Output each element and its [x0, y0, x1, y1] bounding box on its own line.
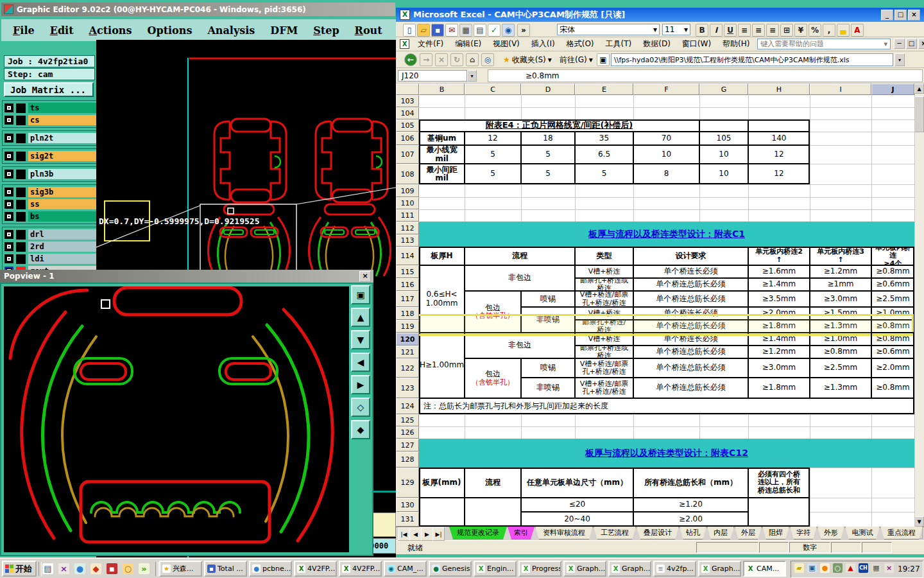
layer-checkbox[interactable] [4, 212, 13, 221]
row-header-107[interactable]: 107 [396, 145, 419, 164]
pan-down-button[interactable]: ▼ [351, 330, 370, 349]
row-header-122[interactable]: 122 [396, 358, 419, 378]
name-box[interactable]: J120 [398, 70, 467, 82]
zoom-center-button[interactable]: ◆ [351, 420, 370, 439]
tab-nav-button[interactable]: ▶| [432, 527, 445, 541]
cell-J114[interactable]: 单元板内桥连 ≥4个 [871, 247, 914, 265]
cell-I122[interactable]: ≥2.5mm [810, 358, 871, 378]
stop-button[interactable]: × [435, 53, 448, 66]
cell-D118[interactable]: 非喷锡 [521, 307, 575, 333]
zoom-fit-button[interactable]: ◇ [351, 398, 370, 417]
cell-E106[interactable]: 35 [575, 132, 633, 145]
column-header-H[interactable]: H [748, 83, 810, 95]
font-size-combo[interactable]: 11▾ [662, 24, 690, 35]
cell-H105[interactable] [748, 119, 810, 132]
address-input[interactable]: \\fps-hyda02\衡阳P3\规范\工程制作类规范\CAM中心P3CAM制… [611, 53, 893, 66]
column-header-J[interactable]: J [871, 83, 914, 95]
home-button[interactable]: ⌂ [466, 53, 479, 66]
cell-C106[interactable]: 12 [465, 132, 521, 145]
pan-up-button[interactable]: ▲ [351, 308, 370, 327]
sheet-tab-10[interactable]: 字符 [790, 527, 817, 539]
layer-checkbox[interactable] [4, 200, 13, 209]
cell-C122[interactable]: 包边（含铣半孔） [465, 358, 521, 398]
cell-B120[interactable]: H≥1.00mm [419, 333, 465, 398]
popview-window-button[interactable]: ▣ [351, 285, 370, 304]
cell-H119[interactable]: ≥1.8mm [748, 320, 810, 333]
layer-row-sig2t[interactable]: sig2t [3, 150, 98, 162]
cell-E120[interactable]: V槽+桥连 [575, 333, 633, 346]
cell-E117[interactable]: V槽+桥连/邮票 孔+桥连/桥连 [575, 291, 633, 307]
task-button-2[interactable]: ▪Total ... [204, 561, 247, 577]
cell-F106[interactable]: 70 [633, 132, 699, 145]
network-tray-icon[interactable]: ▣ [807, 563, 817, 573]
menu-dfm[interactable]: DFM [270, 24, 298, 37]
cell-H107[interactable]: 12 [748, 145, 810, 164]
cell-C114[interactable]: 流程 [465, 247, 575, 265]
cell-H129[interactable]: 必须有四个桥 连以上，所有 桥连总筋长和 [748, 468, 810, 498]
popview-canvas[interactable] [4, 286, 349, 552]
clock-shortcut-icon[interactable]: ○ [123, 563, 133, 574]
percent-button[interactable]: % [809, 24, 821, 37]
sheet-tab-11[interactable]: 外形 [817, 527, 844, 539]
job-matrix-button[interactable]: Job Matrix ... [4, 82, 94, 97]
layer-row-2rd[interactable]: 2rd [3, 241, 98, 252]
layer-row-pln3b[interactable]: pln3b [3, 168, 98, 180]
cell-E116[interactable]: 邮票孔+桥连或 桥连 [575, 278, 633, 291]
row-header-119[interactable]: 119 [396, 320, 419, 333]
cell-J115[interactable]: ≥0.8mm [871, 265, 914, 278]
underline-button[interactable]: U [724, 24, 737, 37]
cell-H118[interactable]: ≥2.0mm [748, 307, 810, 320]
menu-视图(V)[interactable]: 视图(V) [487, 37, 526, 51]
sheet-tab-5[interactable]: 叠层设计 [637, 527, 679, 539]
task-button-6[interactable]: ◉CAM_... [384, 561, 427, 577]
row-header-109[interactable]: 109 [396, 184, 419, 197]
column-header-G[interactable]: G [699, 83, 748, 95]
cell-F123[interactable]: 单个桥连总筋长必须 [633, 378, 748, 398]
menu-文件(F)[interactable]: 文件(F) [412, 37, 449, 51]
doc-close-button[interactable]: × [918, 39, 924, 49]
cell-I123[interactable]: ≥1.3mm [810, 378, 871, 398]
editor-shortcut-icon[interactable]: ▤ [42, 563, 53, 574]
cell-E108[interactable]: 5 [575, 164, 633, 184]
close-button[interactable]: × [908, 10, 920, 21]
comma-button[interactable]: , [823, 24, 835, 37]
cell-E121[interactable]: 邮票孔+桥连或 桥连 [575, 346, 633, 358]
column-header-E[interactable]: E [575, 83, 633, 95]
menu-插入(I)[interactable]: 插入(I) [526, 37, 561, 51]
cell-E119[interactable]: 邮票孔+桥连/ 桥连 [575, 320, 633, 333]
sheet-tab-2[interactable]: 索引 [508, 527, 535, 539]
cell-F116[interactable]: 单个桥连总筋长必须 [633, 278, 748, 291]
cell-D122[interactable]: 喷锡 [521, 358, 575, 378]
cell-H120[interactable]: ≥1.4mm [748, 333, 810, 346]
layer-checkbox[interactable] [4, 103, 13, 112]
table-banner-link[interactable]: 板厚与流程以及桥连类型设计：附表C12 [419, 439, 914, 468]
row-header-105[interactable]: 105 [396, 119, 419, 132]
cell-F107[interactable]: 10 [633, 145, 699, 164]
cell-H106[interactable]: 140 [748, 132, 810, 145]
favorites-button[interactable]: ★ 收藏夹(S)▾ [503, 54, 552, 66]
table-banner-link[interactable]: 板厚与流程以及桥连类型设计：附表C1 [419, 222, 914, 247]
column-header-B[interactable]: B [419, 83, 465, 95]
cell-E115[interactable]: V槽+桥连 [575, 265, 633, 278]
cell-B106[interactable]: 基铜um [419, 132, 465, 145]
cell-E122[interactable]: V槽+桥连/邮票 孔+桥连/桥连 [575, 358, 633, 378]
row-header-130[interactable]: 130 [396, 498, 419, 512]
italic-button[interactable]: I [710, 24, 723, 37]
minimize-button[interactable]: _ [881, 10, 893, 21]
layer-checkbox[interactable] [4, 152, 13, 161]
cell-G108[interactable]: 10 [699, 164, 748, 184]
cell-E118[interactable]: V槽+桥连 [575, 307, 633, 320]
address-dropdown-button[interactable]: ▾ [894, 53, 905, 66]
row-header-114[interactable]: 114 [396, 247, 419, 265]
cell-F108[interactable]: 8 [633, 164, 699, 184]
row-header-123[interactable]: 123 [396, 378, 419, 398]
forward-button[interactable]: → [420, 53, 432, 66]
cell-E114[interactable]: 类型 [575, 247, 633, 265]
task-button-13[interactable]: XGraph... [698, 561, 741, 577]
formula-input[interactable]: ≥0.8mm [488, 69, 923, 82]
print-preview-icon[interactable]: ▤ [474, 24, 486, 37]
print-icon[interactable]: ▦ [459, 24, 472, 37]
row-header-103[interactable]: 103 [396, 95, 419, 107]
cell-C129[interactable]: 流程 [465, 468, 521, 498]
cell-B129[interactable]: 板厚(mm) [419, 468, 465, 498]
